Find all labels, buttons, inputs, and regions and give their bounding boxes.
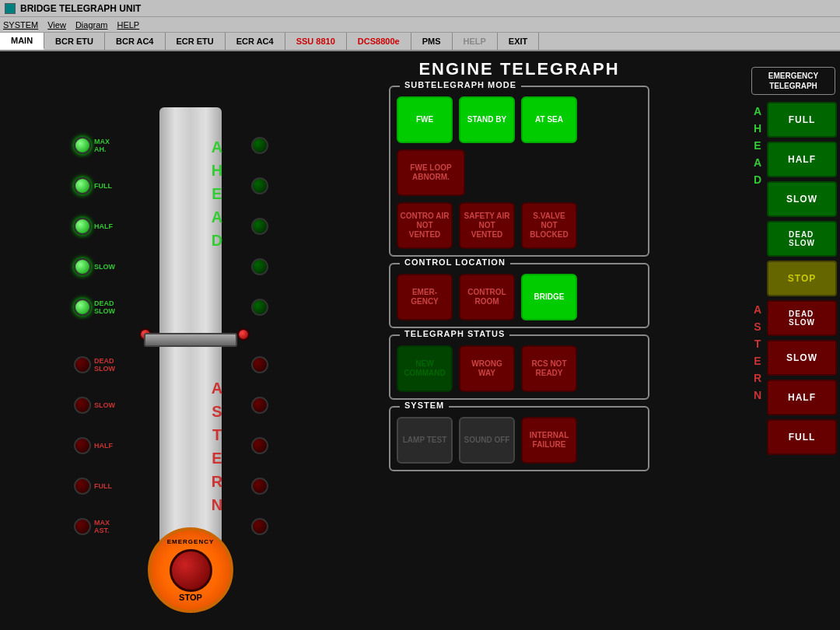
led-dead-slow-ah-right xyxy=(251,299,268,316)
tab-main[interactable]: MAIN xyxy=(0,33,44,50)
led-full-as-right xyxy=(251,478,268,495)
btn-contro-air[interactable]: CONTRO AIR NOT VENTED xyxy=(397,202,453,249)
led-dead-slow-ah-left xyxy=(74,299,91,316)
label-slow-ah: SLOW xyxy=(94,263,115,271)
led-dead-slow-as-left xyxy=(74,356,91,373)
ind-half-ah-right xyxy=(251,218,268,235)
tab-bcr-ac4[interactable]: BCR AC4 xyxy=(105,33,166,50)
et-ahead-label: AHEAD xyxy=(751,102,764,194)
btn-safety-air[interactable]: SAFETY AIR NOT VENTED xyxy=(459,202,515,249)
app-icon xyxy=(5,3,16,14)
telegraph-status-label: TELEGRAPH STATUS xyxy=(400,329,509,338)
tab-pms[interactable]: PMS xyxy=(411,33,453,50)
btn-sound-off[interactable]: SOUND OFF xyxy=(459,417,515,464)
btn-rcs-not-ready[interactable]: RCS NOT READY xyxy=(521,345,577,392)
led-half-as-right xyxy=(251,437,268,454)
control-location-buttons: EMER- GENCY CONTROL ROOM BRIDGE xyxy=(397,274,642,320)
subtelegraph-mode-buttons: FWE STAND BY AT SEA xyxy=(397,96,642,143)
tab-exit[interactable]: EXIT xyxy=(498,33,539,50)
tab-ecr-etu[interactable]: ECR ETU xyxy=(166,33,226,50)
btn-svalve[interactable]: S.VALVE NOT BLOCKED xyxy=(521,202,577,249)
tab-bcr-etu[interactable]: BCR ETU xyxy=(44,33,105,50)
emergency-stop-inner-button[interactable] xyxy=(170,549,212,592)
et-btn-slow-ahead[interactable]: SLOW xyxy=(767,181,837,217)
label-max-as: MAXAST. xyxy=(94,519,110,534)
et-ahead-buttons: FULL HALF SLOW DEADSLOW STOP xyxy=(767,102,837,296)
menu-view[interactable]: View xyxy=(47,20,66,30)
led-slow-as-left xyxy=(74,397,91,414)
ind-row-full-as: FULL xyxy=(74,478,112,495)
et-btn-dead-slow-ahead[interactable]: DEADSLOW xyxy=(767,221,837,257)
btn-new-command[interactable]: NEW COMMAND xyxy=(397,345,453,392)
led-slow-as-right xyxy=(251,397,268,414)
btn-fwe[interactable]: FWE xyxy=(397,96,453,143)
et-astern-buttons: DEADSLOW SLOW HALF FULL xyxy=(767,300,837,455)
btn-at-sea[interactable]: AT SEA xyxy=(521,96,577,143)
telegraph-status-section: TELEGRAPH STATUS NEW COMMAND WRONG WAY R… xyxy=(389,334,649,400)
label-slow-as: SLOW xyxy=(94,401,115,409)
et-btn-slow-astern[interactable]: SLOW xyxy=(767,340,837,376)
system-section: SYSTEM LAMP TEST SOUND OFF INTERNAL FAIL… xyxy=(389,406,649,471)
system-buttons: LAMP TEST SOUND OFF INTERNAL FAILURE xyxy=(397,417,642,464)
ind-full-as-right xyxy=(251,478,268,495)
engine-indicator-panel: AHEAD ASTERN MAXAH. FULL xyxy=(74,92,307,590)
tab-help: HELP xyxy=(453,33,498,50)
led-full-ah-right xyxy=(251,177,268,194)
menu-help[interactable]: HELP xyxy=(117,20,139,30)
emergency-stop-button[interactable]: EMERGENCY STOP xyxy=(148,527,233,613)
led-max-as-left xyxy=(74,518,91,535)
btn-emergency[interactable]: EMER- GENCY xyxy=(397,274,453,320)
control-location-label: CONTROL LOCATION xyxy=(400,257,510,267)
et-btn-dead-slow-astern[interactable]: DEADSLOW xyxy=(767,300,837,336)
subtelegraph-mode-section: SUBTELEGRAPH MODE FWE STAND BY AT SEA FW… xyxy=(389,86,649,257)
tab-bar: MAIN BCR ETU BCR AC4 ECR ETU ECR AC4 SSU… xyxy=(0,33,840,51)
et-btn-full-astern[interactable]: FULL xyxy=(767,419,837,455)
ind-max-as-right xyxy=(251,518,268,535)
ind-row-slow-ah: SLOW xyxy=(74,258,115,275)
tab-ssu8810[interactable]: SSU 8810 xyxy=(285,33,347,50)
tab-ecr-ac4[interactable]: ECR AC4 xyxy=(226,33,285,50)
et-btn-full-ahead[interactable]: FULL xyxy=(767,102,837,138)
et-btn-half-ahead[interactable]: HALF xyxy=(767,142,837,177)
ind-dead-slow-ah-right xyxy=(251,299,268,316)
btn-control-room[interactable]: CONTROL ROOM xyxy=(459,274,515,320)
btn-lamp-test[interactable]: LAMP TEST xyxy=(397,417,453,464)
btn-internal-failure[interactable]: INTERNAL FAILURE xyxy=(521,417,577,464)
btn-bridge[interactable]: BRIDGE xyxy=(521,274,577,320)
emergency-stop-top-text: EMERGENCY xyxy=(167,538,215,545)
ind-full-ah-right xyxy=(251,177,268,194)
ind-row-slow-as: SLOW xyxy=(74,397,115,414)
label-half-ah: HALF xyxy=(94,222,113,230)
emergency-telegraph-panel: EMERGENCYTELEGRAPH AHEAD FULL HALF SLOW … xyxy=(747,59,840,630)
throttle-handle xyxy=(144,333,237,347)
astern-label: ASTERN xyxy=(208,380,226,520)
control-location-section: CONTROL LOCATION EMER- GENCY CONTROL ROO… xyxy=(389,263,649,328)
led-full-ah-left xyxy=(74,177,91,194)
ind-row-half-as: HALF xyxy=(74,437,113,454)
led-dead-slow-as-right xyxy=(251,356,268,373)
ind-slow-ah-right xyxy=(251,258,268,275)
menu-system[interactable]: SYSTEM xyxy=(3,20,38,30)
btn-wrong-way[interactable]: WRONG WAY xyxy=(459,345,515,392)
label-max-ah: MAXAH. xyxy=(94,138,110,153)
app-title: BRIDGE TELEGRAPH UNIT xyxy=(20,3,141,14)
emergency-stop-bottom-text: STOP xyxy=(179,593,202,602)
label-dead-slow-ah: DEADSLOW xyxy=(94,299,115,315)
btn-standby[interactable]: STAND BY xyxy=(459,96,515,143)
ind-row-dead-slow-as: DEADSLOW xyxy=(74,356,115,373)
menu-diagram[interactable]: Diagram xyxy=(75,20,108,30)
left-panel: AHEAD ASTERN MAXAH. FULL xyxy=(0,51,381,630)
ind-row-dead-slow-ah: DEADSLOW xyxy=(74,299,115,316)
tab-dcs8800e[interactable]: DCS8800e xyxy=(347,33,411,50)
title-bar: BRIDGE TELEGRAPH UNIT xyxy=(0,0,840,17)
et-btn-half-astern[interactable]: HALF xyxy=(767,380,837,415)
led-max-ah-left xyxy=(74,137,91,154)
btn-fwe-loop-abnorm[interactable]: FWE LOOP ABNORM. xyxy=(397,149,465,196)
subtelegraph-mode-buttons-row2: FWE LOOP ABNORM. xyxy=(397,149,642,196)
ind-row-full-ah: FULL xyxy=(74,177,112,194)
ind-max-ah-right xyxy=(251,137,268,154)
label-full-as: FULL xyxy=(94,482,112,490)
et-btn-stop[interactable]: STOP xyxy=(767,261,837,296)
label-dead-slow-as: DEADSLOW xyxy=(94,357,115,373)
led-half-ah-left xyxy=(74,218,91,235)
